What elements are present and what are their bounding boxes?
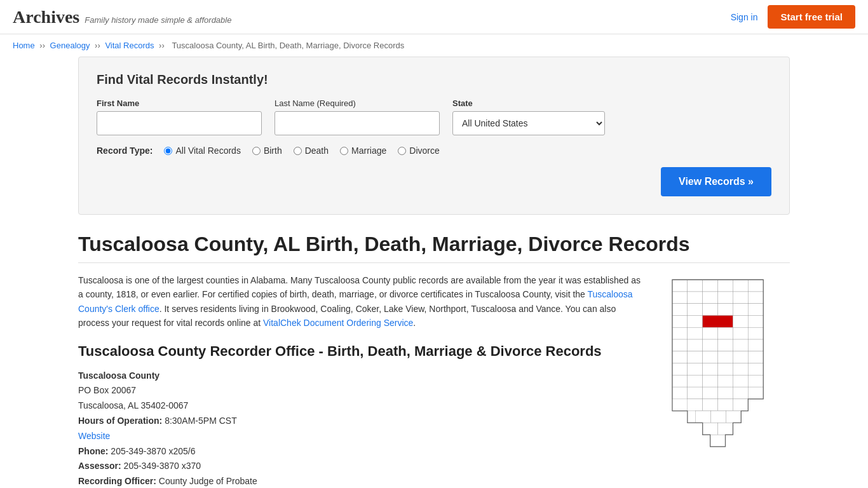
svg-rect-9 — [703, 292, 718, 304]
svg-rect-18 — [748, 304, 763, 316]
radio-marriage[interactable] — [340, 147, 348, 155]
record-type-death[interactable]: Death — [294, 146, 329, 156]
header-left: Archives Family history made simple & af… — [13, 7, 231, 27]
record-type-marriage[interactable]: Marriage — [340, 146, 386, 156]
svg-rect-50 — [703, 375, 718, 387]
svg-rect-64 — [696, 411, 711, 423]
search-title: Find Vital Records Instantly! — [97, 72, 771, 87]
content-area: Tuscaloosa is one of the largest countie… — [78, 273, 790, 488]
breadcrumb-home[interactable]: Home — [13, 41, 35, 50]
svg-rect-23 — [748, 316, 763, 328]
svg-rect-26 — [703, 327, 718, 339]
radio-all[interactable] — [164, 147, 172, 155]
svg-rect-46 — [733, 363, 748, 376]
svg-rect-2 — [688, 280, 703, 292]
record-type-row: Record Type: All Vital Records Birth Dea… — [97, 146, 771, 156]
recorder-office-title: Tuscaloosa County Recorder Office - Birt… — [78, 343, 644, 360]
svg-rect-68 — [718, 423, 733, 435]
radio-divorce[interactable] — [398, 147, 406, 155]
svg-rect-32 — [703, 339, 718, 351]
svg-rect-6 — [748, 280, 763, 292]
svg-rect-20 — [688, 316, 703, 328]
clerk-office-link[interactable]: Tuscaloosa County's Clerk office — [78, 289, 633, 313]
svg-rect-55 — [688, 387, 703, 399]
view-records-button[interactable]: View Records » — [661, 167, 771, 196]
svg-rect-39 — [718, 351, 733, 363]
address: Tuscaloosa, AL 35402-0067 — [78, 400, 188, 410]
svg-rect-5 — [733, 280, 748, 292]
record-type-divorce[interactable]: Divorce — [398, 146, 439, 156]
last-name-input[interactable] — [275, 111, 440, 135]
breadcrumb: Home ›› Genealogy ›› Vital Records ›› Tu… — [0, 34, 868, 57]
svg-rect-24 — [672, 327, 688, 339]
svg-rect-37 — [688, 351, 703, 363]
svg-rect-44 — [703, 363, 718, 376]
logo-tagline: Family history made simple & affordable — [85, 15, 231, 25]
main-content: Find Vital Records Instantly! First Name… — [65, 57, 803, 488]
svg-rect-10 — [718, 292, 733, 304]
radio-death[interactable] — [294, 147, 302, 155]
vitalchek-link[interactable]: VitalChek Document Ordering Service — [263, 318, 413, 328]
logo: Archives — [13, 7, 79, 27]
svg-rect-28 — [733, 327, 748, 339]
svg-rect-22 — [733, 316, 748, 328]
record-type-all[interactable]: All Vital Records — [164, 146, 240, 156]
svg-rect-43 — [688, 363, 703, 376]
svg-rect-42 — [672, 363, 688, 376]
svg-rect-35 — [748, 339, 763, 351]
svg-rect-62 — [718, 399, 733, 411]
svg-rect-25 — [688, 327, 703, 339]
svg-rect-3 — [703, 280, 718, 292]
sign-in-link[interactable]: Sign in — [731, 12, 758, 22]
svg-rect-45 — [718, 363, 733, 376]
website-link[interactable]: Website — [78, 431, 110, 441]
last-name-label: Last Name (Required) — [275, 98, 440, 108]
phone-label: Phone: — [78, 446, 108, 456]
svg-rect-1 — [672, 280, 688, 292]
first-name-input[interactable] — [97, 111, 262, 135]
svg-rect-34 — [733, 339, 748, 351]
svg-rect-66 — [726, 411, 741, 423]
po-box: PO Box 20067 — [78, 385, 136, 395]
svg-rect-21 — [703, 316, 733, 328]
svg-rect-54 — [672, 387, 688, 399]
svg-rect-30 — [672, 339, 688, 351]
record-type-birth[interactable]: Birth — [252, 146, 282, 156]
svg-rect-31 — [688, 339, 703, 351]
alabama-map — [663, 273, 777, 458]
svg-rect-52 — [733, 375, 748, 387]
hours-label: Hours of Operation: — [78, 416, 162, 426]
svg-rect-15 — [703, 304, 718, 316]
svg-rect-8 — [688, 292, 703, 304]
svg-rect-16 — [718, 304, 733, 316]
office-name: Tuscaloosa County — [78, 370, 159, 381]
svg-rect-41 — [748, 351, 763, 363]
svg-rect-27 — [718, 327, 733, 339]
svg-rect-58 — [733, 387, 748, 399]
search-fields: First Name Last Name (Required) State Al… — [97, 98, 771, 135]
start-trial-button[interactable]: Start free trial — [768, 5, 855, 29]
svg-rect-7 — [672, 292, 688, 304]
first-name-field: First Name — [97, 98, 262, 135]
recorder-info: Tuscaloosa County PO Box 20067 Tuscaloos… — [78, 369, 644, 488]
record-type-label: Record Type: — [97, 146, 153, 156]
svg-rect-38 — [703, 351, 718, 363]
svg-rect-13 — [672, 304, 688, 316]
svg-rect-69 — [710, 435, 726, 447]
svg-rect-36 — [672, 351, 688, 363]
breadcrumb-vital-records[interactable]: Vital Records — [105, 41, 154, 50]
map-container — [663, 273, 790, 488]
svg-rect-60 — [688, 399, 703, 411]
assessor-label: Assessor: — [78, 461, 121, 471]
svg-rect-65 — [711, 411, 726, 423]
recording-officer-label: Recording Officer: — [78, 476, 156, 486]
breadcrumb-genealogy[interactable]: Genealogy — [50, 41, 90, 50]
state-field: State All United States — [452, 98, 605, 135]
breadcrumb-current: Tuscaloosa County, AL Birth, Death, Marr… — [172, 41, 404, 50]
radio-birth[interactable] — [252, 147, 261, 155]
svg-rect-49 — [688, 375, 703, 387]
svg-rect-12 — [748, 292, 763, 304]
state-select[interactable]: All United States — [452, 111, 605, 135]
svg-rect-29 — [748, 327, 763, 339]
description-paragraph: Tuscaloosa is one of the largest countie… — [78, 273, 644, 330]
